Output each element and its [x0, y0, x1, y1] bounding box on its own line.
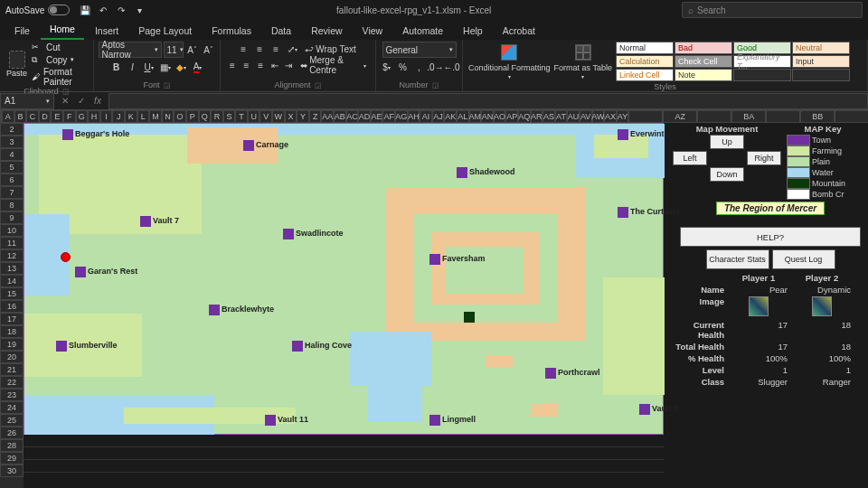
- move-right-button[interactable]: Right: [747, 151, 781, 165]
- qat-dropdown-icon[interactable]: ▾: [133, 4, 146, 16]
- character-stats-button[interactable]: Character Stats: [706, 249, 769, 269]
- col-header[interactable]: AO: [494, 110, 506, 123]
- col-header[interactable]: P: [186, 110, 199, 123]
- col-header[interactable]: T: [235, 110, 248, 123]
- tab-file[interactable]: File: [5, 22, 39, 40]
- col-header[interactable]: [697, 110, 731, 123]
- quest-log-button[interactable]: Quest Log: [772, 249, 835, 269]
- col-header[interactable]: Y: [297, 110, 309, 123]
- accounting-button[interactable]: $▾: [380, 60, 394, 74]
- row-header[interactable]: 19: [0, 338, 24, 351]
- decrease-font-icon[interactable]: A˅: [202, 42, 216, 57]
- decrease-decimal-icon[interactable]: ←.0: [445, 60, 459, 74]
- row-header[interactable]: 18: [0, 325, 24, 338]
- row-header[interactable]: 5: [0, 161, 24, 174]
- col-header[interactable]: AM: [469, 110, 482, 123]
- copy-button[interactable]: Copy ▾: [32, 54, 88, 65]
- col-header[interactable]: AX: [604, 110, 617, 123]
- col-header[interactable]: AD: [358, 110, 371, 123]
- row-header[interactable]: 4: [0, 148, 24, 161]
- col-header[interactable]: AC: [346, 110, 359, 123]
- town-marker[interactable]: [283, 229, 294, 239]
- col-header[interactable]: S: [223, 110, 236, 123]
- style-bad[interactable]: Bad: [675, 42, 732, 54]
- col-header[interactable]: H: [88, 110, 100, 123]
- row-header[interactable]: 26: [0, 427, 24, 439]
- col-header[interactable]: AW: [592, 110, 605, 123]
- col-header[interactable]: I: [100, 110, 113, 123]
- town-marker[interactable]: [140, 216, 151, 227]
- name-box[interactable]: A1▾: [0, 93, 54, 109]
- col-header[interactable]: BB: [800, 110, 835, 123]
- fx-icon[interactable]: fx: [90, 96, 105, 106]
- col-header[interactable]: U: [248, 110, 260, 123]
- town-marker[interactable]: [62, 129, 73, 140]
- town-marker[interactable]: [56, 341, 67, 352]
- col-header[interactable]: C: [26, 110, 39, 123]
- col-header[interactable]: AF: [382, 110, 395, 123]
- col-header[interactable]: B: [14, 110, 27, 123]
- increase-font-icon[interactable]: A˄: [185, 42, 200, 57]
- tab-home[interactable]: Home: [41, 20, 84, 40]
- style-calculation[interactable]: Calculation: [616, 55, 674, 68]
- wrap-text-button[interactable]: ⮐Wrap Text: [301, 42, 360, 56]
- town-marker[interactable]: [639, 404, 650, 415]
- indent-increase-icon[interactable]: ⇥: [283, 58, 296, 72]
- col-header[interactable]: F: [63, 110, 76, 123]
- row-header[interactable]: 22: [0, 376, 24, 389]
- orientation-icon[interactable]: ⤢▾: [285, 42, 299, 56]
- move-up-button[interactable]: Up: [710, 135, 744, 149]
- style-check-cell[interactable]: Check Cell: [675, 55, 732, 68]
- row-header[interactable]: 13: [0, 262, 24, 275]
- row-header[interactable]: 15: [0, 287, 24, 300]
- town-marker[interactable]: [243, 140, 254, 151]
- style-explanatory-t-[interactable]: Explanatory T...: [733, 55, 791, 68]
- col-header[interactable]: AN: [481, 110, 494, 123]
- row-header[interactable]: 2: [0, 123, 24, 136]
- col-header[interactable]: Z: [309, 110, 322, 123]
- tab-data[interactable]: Data: [262, 22, 300, 40]
- row-header[interactable]: 23: [0, 389, 24, 401]
- col-header[interactable]: A: [2, 110, 14, 123]
- cancel-formula-icon[interactable]: ✕: [58, 96, 72, 106]
- font-size-select[interactable]: 11▾: [164, 42, 184, 58]
- town-marker[interactable]: [429, 254, 440, 265]
- style-linked-cell[interactable]: Linked Cell: [616, 69, 674, 81]
- autosave-toggle[interactable]: AutoSave: [5, 5, 70, 15]
- align-top-icon[interactable]: ≡: [236, 42, 250, 56]
- row-header[interactable]: 29: [0, 452, 24, 465]
- tab-insert[interactable]: Insert: [86, 22, 127, 40]
- col-header[interactable]: Q: [199, 110, 212, 123]
- col-header[interactable]: AJ: [432, 110, 445, 123]
- row-header[interactable]: 17: [0, 313, 24, 325]
- cut-button[interactable]: Cut: [32, 42, 88, 52]
- tab-formulas[interactable]: Formulas: [203, 22, 260, 40]
- col-header[interactable]: D: [39, 110, 52, 123]
- align-center-icon[interactable]: ≡: [241, 58, 253, 72]
- town-marker[interactable]: [209, 305, 220, 315]
- row-header[interactable]: 20: [0, 351, 24, 363]
- fill-color-button[interactable]: ◆▾: [175, 60, 189, 74]
- number-format-select[interactable]: General▾: [382, 42, 457, 58]
- style-note[interactable]: Note: [675, 69, 732, 81]
- tab-acrobat[interactable]: Acrobat: [494, 22, 544, 40]
- paste-button[interactable]: Paste: [5, 46, 28, 82]
- style-input[interactable]: Input: [792, 55, 850, 68]
- col-header[interactable]: R: [211, 110, 223, 123]
- tab-automate[interactable]: Automate: [393, 22, 452, 40]
- col-header[interactable]: AA: [321, 110, 334, 123]
- merge-center-button[interactable]: ⬌Merge & Centre ▾: [297, 58, 370, 72]
- col-header[interactable]: V: [259, 110, 272, 123]
- col-header[interactable]: [628, 110, 663, 123]
- col-header[interactable]: O: [174, 110, 186, 123]
- town-marker[interactable]: [457, 167, 467, 178]
- row-header[interactable]: 21: [0, 363, 24, 376]
- tab-view[interactable]: View: [354, 22, 392, 40]
- col-header[interactable]: M: [149, 110, 162, 123]
- font-name-select[interactable]: Aptos Narrow▾: [99, 42, 162, 58]
- font-launcher-icon[interactable]: ◲: [164, 81, 171, 89]
- row-header[interactable]: 8: [0, 199, 24, 211]
- align-middle-icon[interactable]: ≡: [252, 42, 267, 56]
- format-as-table-button[interactable]: Format as Table ▾: [554, 42, 612, 80]
- col-header[interactable]: AI: [420, 110, 432, 123]
